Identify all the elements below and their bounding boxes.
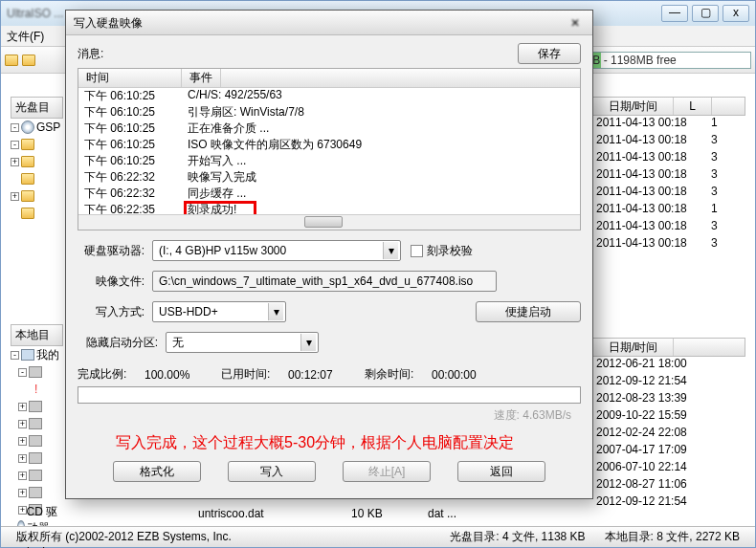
tree-item[interactable]: + <box>11 398 63 415</box>
quick-boot-button[interactable]: 便捷启动 <box>476 301 581 322</box>
tree-item[interactable]: + <box>11 484 63 501</box>
drive-icon <box>29 487 42 498</box>
list-row[interactable]: 2006-07-10 22:14 <box>592 460 745 477</box>
list-row[interactable]: 2012-09-12 21:54 <box>592 374 745 391</box>
annotation-text: 写入完成，这个过程大概5-30分钟，根据个人电脑配置决定 <box>116 433 581 453</box>
list-row[interactable]: 2011-04-13 00:181 <box>592 202 745 219</box>
return-button[interactable]: 返回 <box>457 461 545 482</box>
log-row[interactable]: 下午 06:22:32映像写入完成 <box>78 169 580 186</box>
bottom-file-row: untriscoo.dat 10 KB dat ... <box>198 505 745 522</box>
tree-item[interactable]: + <box>11 432 63 449</box>
message-label: 消息: <box>78 46 518 62</box>
write-button[interactable]: 写入 <box>228 461 316 482</box>
status-local: 本地目录: 8 文件, 2272 KB <box>595 529 749 545</box>
tree-item[interactable]: ! <box>11 381 63 398</box>
elapsed-value: 00:12:07 <box>288 368 365 382</box>
folder-icon <box>21 139 34 150</box>
tree-item[interactable]: + <box>11 449 63 467</box>
progress-label: 完成比例: <box>78 366 145 383</box>
list-row[interactable]: 2007-04-17 17:09 <box>592 443 745 460</box>
chevron-down-icon[interactable]: ▾ <box>383 242 398 259</box>
log-row[interactable]: 下午 06:10:25引导扇区: WinVista/7/8 <box>78 104 580 121</box>
list-row[interactable]: 2012-08-23 13:39 <box>592 391 745 408</box>
col-time[interactable]: 时间 <box>78 69 182 87</box>
chevron-down-icon[interactable]: ▾ <box>268 303 283 320</box>
list-row[interactable]: 2011-04-13 00:183 <box>592 150 745 167</box>
speed-label: 速度: <box>494 408 520 422</box>
cd-icon <box>21 121 34 134</box>
hidden-partition-combo[interactable]: 无▾ <box>166 332 319 353</box>
drive-combo[interactable]: (I:, 4 GB)HP v115w 3000▾ <box>152 240 401 261</box>
verify-checkbox[interactable] <box>411 245 423 257</box>
drive-icon <box>29 366 42 378</box>
folder-icon <box>21 156 34 167</box>
list-row[interactable]: 2011-04-13 00:183 <box>592 236 745 253</box>
menu-file[interactable]: 文件(F) <box>7 30 44 43</box>
log-row[interactable]: 下午 06:10:25C/H/S: 492/255/63 <box>78 88 580 104</box>
list-row[interactable]: 2011-04-13 00:183 <box>592 167 745 185</box>
write-disk-image-dialog: 写入硬盘映像 ✕ 消息: 保存 时间 事件 下午 06:10:25C/H/S: … <box>65 10 593 499</box>
hidden-partition-label: 隐藏启动分区: <box>78 335 166 351</box>
drive-icon <box>29 435 42 447</box>
folder-icon <box>21 173 34 185</box>
dialog-close-icon[interactable]: ✕ <box>566 11 585 34</box>
tree-item[interactable]: + <box>11 467 63 484</box>
drive-icon <box>29 401 42 412</box>
tree-item[interactable]: + <box>11 187 63 205</box>
list-row[interactable]: 2012-02-24 22:08 <box>592 426 745 443</box>
drive-label: 硬盘驱动器: <box>78 243 152 259</box>
log-row[interactable]: 下午 06:10:25正在准备介质 ... <box>78 121 580 137</box>
tree-item[interactable] <box>11 205 63 222</box>
list-row[interactable]: 2012-08-27 11:06 <box>592 477 745 494</box>
tree-item[interactable]: + <box>11 153 63 170</box>
col-l[interactable]: L <box>674 98 712 115</box>
log-scrollbar[interactable] <box>78 214 580 230</box>
tree-item[interactable]: -GSP <box>11 119 63 136</box>
col-event[interactable]: 事件 <box>182 69 221 87</box>
col-date[interactable]: 日期/时间 <box>593 339 674 356</box>
minimize-button[interactable]: — <box>661 5 688 22</box>
write-mode-combo[interactable]: USB-HDD+▾ <box>152 301 286 322</box>
chevron-down-icon[interactable]: ▾ <box>300 334 316 351</box>
list-row[interactable]: 2012-06-21 18:00 <box>592 357 745 374</box>
log-row[interactable]: 下午 06:10:25开始写入 ... <box>78 153 580 169</box>
remain-label: 剩余时间: <box>365 366 432 383</box>
write-mode-label: 写入方式: <box>78 304 152 320</box>
list-header[interactable]: 日期/时间 <box>592 338 745 357</box>
log-row[interactable]: 下午 06:10:25ISO 映像文件的扇区数为 6730649 <box>78 137 580 153</box>
status-copyright: 版权所有 (c)2002-2012 EZB Systems, Inc. <box>7 529 241 545</box>
lower-file-list: 日期/时间 2012-06-21 18:002012-09-12 21:5420… <box>592 338 745 512</box>
format-button[interactable]: 格式化 <box>113 461 201 482</box>
log-row[interactable]: 下午 06:22:32同步缓存 ... <box>78 186 580 202</box>
maximize-button[interactable]: ▢ <box>692 5 719 22</box>
image-file-label: 映像文件: <box>78 274 152 290</box>
list-header[interactable]: 日期/时间 L <box>592 97 745 116</box>
drive-icon <box>29 452 42 464</box>
list-row[interactable]: 2011-04-13 00:183 <box>592 133 745 150</box>
image-file-field: G:\cn_windows_7_ultimate_with_sp1_x64_dv… <box>152 271 497 292</box>
tree-item[interactable]: - <box>11 363 63 381</box>
folder-icon <box>21 190 34 202</box>
list-row[interactable]: 2011-04-13 00:183 <box>592 185 745 202</box>
dialog-titlebar[interactable]: 写入硬盘映像 ✕ <box>66 11 592 35</box>
status-bar: 版权所有 (c)2002-2012 EZB Systems, Inc. 光盘目录… <box>1 526 755 547</box>
verify-label: 刻录校验 <box>427 243 473 259</box>
scrollbar-thumb[interactable] <box>304 216 343 228</box>
list-row[interactable]: 2011-04-13 00:183 <box>592 219 745 236</box>
tree-item[interactable]: -我的 <box>11 346 63 363</box>
remain-value: 00:00:00 <box>432 368 477 382</box>
col-date[interactable]: 日期/时间 <box>593 98 674 115</box>
log-list[interactable]: 时间 事件 下午 06:10:25C/H/S: 492/255/63下午 06:… <box>78 68 581 230</box>
tree-item[interactable]: - <box>11 136 63 153</box>
save-button[interactable]: 保存 <box>518 43 581 64</box>
log-header[interactable]: 时间 事件 <box>78 69 580 88</box>
lower-tree-header: 本地目 <box>11 324 63 346</box>
new-icon[interactable] <box>5 55 18 66</box>
close-button[interactable]: x <box>723 5 749 22</box>
open-icon[interactable] <box>22 55 35 66</box>
list-row[interactable]: 2009-10-22 15:59 <box>592 408 745 426</box>
tree-item[interactable] <box>11 170 63 187</box>
tree-item[interactable]: + <box>11 415 63 432</box>
drive-icon <box>29 418 42 429</box>
list-row[interactable]: 2011-04-13 00:181 <box>592 116 745 133</box>
